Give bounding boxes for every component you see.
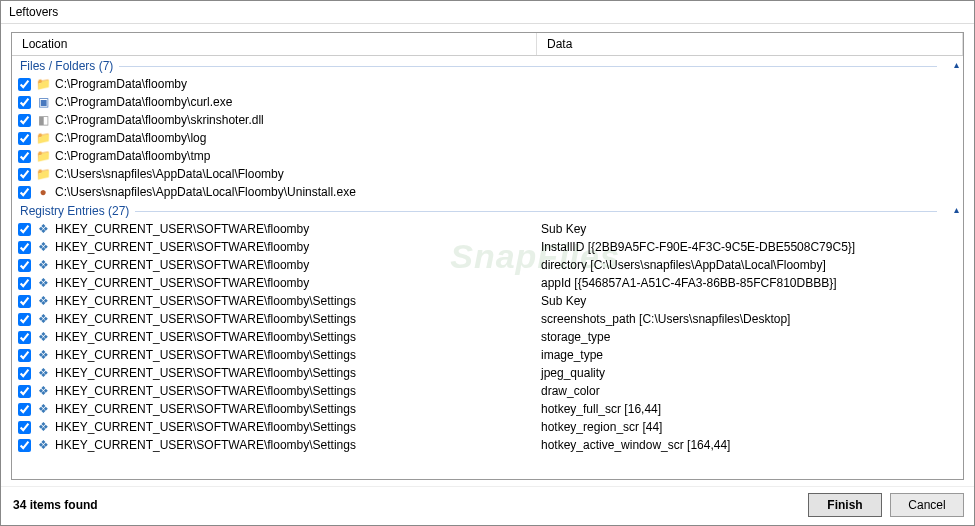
- uninstall-icon: ●: [35, 184, 51, 200]
- item-data: Sub Key: [537, 292, 963, 310]
- list-item[interactable]: 📁C:\Users\snapfiles\AppData\Local\Floomb…: [12, 165, 963, 183]
- list-item[interactable]: ❖HKEY_CURRENT_USER\SOFTWARE\floomby\Sett…: [12, 364, 963, 382]
- registry-icon: ❖: [35, 401, 51, 417]
- dll-icon: ◧: [35, 112, 51, 128]
- list-item[interactable]: ▣C:\ProgramData\floomby\curl.exe: [12, 93, 963, 111]
- group-files-folders[interactable]: Files / Folders (7) ▴: [12, 56, 963, 75]
- item-data: appId [{546857A1-A51C-4FA3-86BB-85FCF810…: [537, 274, 963, 292]
- list-item[interactable]: 📁C:\ProgramData\floomby\tmp: [12, 147, 963, 165]
- item-checkbox[interactable]: [18, 241, 31, 254]
- item-path: C:\ProgramData\floomby\tmp: [55, 147, 210, 165]
- finish-button[interactable]: Finish: [808, 493, 882, 517]
- item-path: HKEY_CURRENT_USER\SOFTWARE\floomby\Setti…: [55, 310, 356, 328]
- item-data: hotkey_active_window_scr [164,44]: [537, 436, 963, 454]
- item-checkbox[interactable]: [18, 385, 31, 398]
- item-path: C:\ProgramData\floomby: [55, 75, 187, 93]
- registry-icon: ❖: [35, 257, 51, 273]
- item-path: C:\Users\snapfiles\AppData\Local\Floomby…: [55, 183, 356, 201]
- item-data: image_type: [537, 346, 963, 364]
- collapse-icon[interactable]: ▴: [954, 59, 959, 70]
- item-data: hotkey_full_scr [16,44]: [537, 400, 963, 418]
- list-item[interactable]: ❖HKEY_CURRENT_USER\SOFTWARE\floomby\Sett…: [12, 382, 963, 400]
- item-path: C:\ProgramData\floomby\curl.exe: [55, 93, 232, 111]
- item-checkbox[interactable]: [18, 132, 31, 145]
- item-path: C:\ProgramData\floomby\log: [55, 129, 206, 147]
- item-path: HKEY_CURRENT_USER\SOFTWARE\floomby\Setti…: [55, 382, 356, 400]
- list-item[interactable]: ❖HKEY_CURRENT_USER\SOFTWARE\floomby\Sett…: [12, 310, 963, 328]
- item-path: C:\ProgramData\floomby\skrinshoter.dll: [55, 111, 264, 129]
- list-item[interactable]: ❖HKEY_CURRENT_USER\SOFTWARE\floomby\Sett…: [12, 436, 963, 454]
- item-checkbox[interactable]: [18, 313, 31, 326]
- list-item[interactable]: ❖HKEY_CURRENT_USER\SOFTWARE\floomby\Sett…: [12, 292, 963, 310]
- item-path: HKEY_CURRENT_USER\SOFTWARE\floomby\Setti…: [55, 400, 356, 418]
- registry-icon: ❖: [35, 239, 51, 255]
- item-checkbox[interactable]: [18, 403, 31, 416]
- exe-icon: ▣: [35, 94, 51, 110]
- registry-icon: ❖: [35, 365, 51, 381]
- item-path: HKEY_CURRENT_USER\SOFTWARE\floomby: [55, 238, 309, 256]
- list-item[interactable]: ●C:\Users\snapfiles\AppData\Local\Floomb…: [12, 183, 963, 201]
- item-path: HKEY_CURRENT_USER\SOFTWARE\floomby: [55, 220, 309, 238]
- item-data: InstallID [{2BB9A5FC-F90E-4F3C-9C5E-DBE5…: [537, 238, 963, 256]
- item-checkbox[interactable]: [18, 277, 31, 290]
- item-path: HKEY_CURRENT_USER\SOFTWARE\floomby\Setti…: [55, 346, 356, 364]
- item-checkbox[interactable]: [18, 186, 31, 199]
- cancel-button[interactable]: Cancel: [890, 493, 964, 517]
- list-item[interactable]: ❖HKEY_CURRENT_USER\SOFTWARE\floomby\Sett…: [12, 328, 963, 346]
- item-checkbox[interactable]: [18, 114, 31, 127]
- folder-icon: 📁: [35, 130, 51, 146]
- item-path: HKEY_CURRENT_USER\SOFTWARE\floomby\Setti…: [55, 418, 356, 436]
- item-path: HKEY_CURRENT_USER\SOFTWARE\floomby: [55, 256, 309, 274]
- column-location[interactable]: Location: [12, 33, 537, 55]
- item-data: screenshots_path [C:\Users\snapfiles\Des…: [537, 310, 963, 328]
- window-title: Leftovers: [1, 1, 974, 24]
- list-item[interactable]: ❖HKEY_CURRENT_USER\SOFTWARE\floomby\Sett…: [12, 400, 963, 418]
- group-registry-entries[interactable]: Registry Entries (27) ▴: [12, 201, 963, 220]
- folder-icon: 📁: [35, 148, 51, 164]
- list-item[interactable]: ❖HKEY_CURRENT_USER\SOFTWARE\floomby\Sett…: [12, 346, 963, 364]
- list-item[interactable]: ❖HKEY_CURRENT_USER\SOFTWARE\floombydirec…: [12, 256, 963, 274]
- item-checkbox[interactable]: [18, 168, 31, 181]
- list-item[interactable]: ❖HKEY_CURRENT_USER\SOFTWARE\floombyInsta…: [12, 238, 963, 256]
- list-item[interactable]: ❖HKEY_CURRENT_USER\SOFTWARE\floomby\Sett…: [12, 418, 963, 436]
- leftovers-list[interactable]: Files / Folders (7) ▴ 📁C:\ProgramData\fl…: [12, 56, 963, 479]
- item-checkbox[interactable]: [18, 150, 31, 163]
- registry-icon: ❖: [35, 419, 51, 435]
- item-path: HKEY_CURRENT_USER\SOFTWARE\floomby\Setti…: [55, 292, 356, 310]
- status-text: 34 items found: [13, 498, 800, 512]
- item-data: draw_color: [537, 382, 963, 400]
- registry-icon: ❖: [35, 437, 51, 453]
- footer-bar: 34 items found Finish Cancel: [1, 486, 974, 525]
- item-checkbox[interactable]: [18, 259, 31, 272]
- item-checkbox[interactable]: [18, 96, 31, 109]
- folder-icon: 📁: [35, 76, 51, 92]
- item-checkbox[interactable]: [18, 223, 31, 236]
- item-checkbox[interactable]: [18, 331, 31, 344]
- item-checkbox[interactable]: [18, 439, 31, 452]
- registry-icon: ❖: [35, 329, 51, 345]
- collapse-icon[interactable]: ▴: [954, 204, 959, 215]
- item-checkbox[interactable]: [18, 295, 31, 308]
- column-data[interactable]: Data: [537, 33, 963, 55]
- item-checkbox[interactable]: [18, 421, 31, 434]
- registry-icon: ❖: [35, 383, 51, 399]
- column-headers: Location Data: [12, 33, 963, 56]
- group-registry-label: Registry Entries (27): [20, 204, 129, 218]
- list-item[interactable]: ❖HKEY_CURRENT_USER\SOFTWARE\floombySub K…: [12, 220, 963, 238]
- item-data: storage_type: [537, 328, 963, 346]
- item-path: C:\Users\snapfiles\AppData\Local\Floomby: [55, 165, 284, 183]
- item-checkbox[interactable]: [18, 78, 31, 91]
- registry-icon: ❖: [35, 311, 51, 327]
- item-path: HKEY_CURRENT_USER\SOFTWARE\floomby\Setti…: [55, 328, 356, 346]
- list-item[interactable]: 📁C:\ProgramData\floomby\log: [12, 129, 963, 147]
- item-checkbox[interactable]: [18, 349, 31, 362]
- leftovers-panel: SnapFiles Location Data Files / Folders …: [11, 32, 964, 480]
- list-item[interactable]: ◧C:\ProgramData\floomby\skrinshoter.dll: [12, 111, 963, 129]
- folder-icon: 📁: [35, 166, 51, 182]
- list-item[interactable]: 📁C:\ProgramData\floomby: [12, 75, 963, 93]
- list-item[interactable]: ❖HKEY_CURRENT_USER\SOFTWARE\floombyappId…: [12, 274, 963, 292]
- item-data: Sub Key: [537, 220, 963, 238]
- group-files-label: Files / Folders (7): [20, 59, 113, 73]
- item-checkbox[interactable]: [18, 367, 31, 380]
- item-path: HKEY_CURRENT_USER\SOFTWARE\floomby\Setti…: [55, 436, 356, 454]
